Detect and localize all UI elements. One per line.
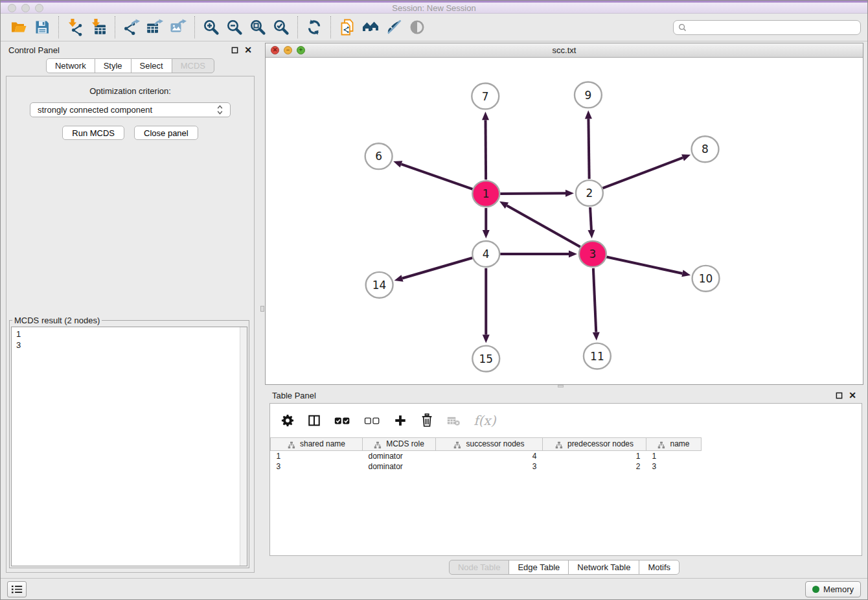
run-mcds-button[interactable]: Run MCDS — [62, 126, 124, 140]
table-cell[interactable]: 2 — [543, 461, 646, 472]
table-cell[interactable]: 1 — [271, 451, 363, 461]
node-7[interactable]: 7 — [472, 83, 499, 109]
mcds-result-textarea[interactable]: 1 3 — [11, 327, 247, 566]
network-canvas[interactable]: 7968124314101511 — [266, 58, 863, 384]
task-history-button[interactable] — [7, 581, 27, 597]
table-row[interactable]: 1dominator411 — [271, 451, 702, 461]
column-header-successor-nodes[interactable]: successor nodes — [436, 438, 543, 451]
node-6[interactable]: 6 — [365, 143, 393, 169]
node-1[interactable]: 1 — [472, 181, 499, 207]
close-panel-button[interactable]: Close panel — [134, 126, 198, 140]
birds-eye-view-button[interactable] — [405, 16, 429, 38]
deselect-all-rows-button[interactable] — [364, 416, 380, 426]
open-file-button[interactable] — [7, 16, 30, 38]
horizontal-splitter[interactable] — [265, 385, 863, 387]
close-panel-icon[interactable]: ✕ — [244, 47, 252, 54]
export-network-button[interactable] — [120, 16, 143, 38]
tab-network-table[interactable]: Network Table — [568, 560, 639, 575]
horizontal-splitter-grip[interactable] — [558, 385, 564, 387]
tab-network[interactable]: Network — [46, 58, 95, 73]
optimization-select[interactable]: strongly connected component — [30, 102, 231, 117]
table-settings-button[interactable] — [281, 414, 294, 427]
tab-node-table[interactable]: Node Table — [449, 560, 510, 575]
zoom-fit-button[interactable] — [246, 16, 269, 38]
window-zoom-button[interactable] — [35, 4, 43, 12]
edge-4-14[interactable] — [394, 258, 473, 282]
node-4[interactable]: 4 — [472, 241, 499, 267]
edge-2-9[interactable] — [585, 110, 592, 179]
save-session-button[interactable] — [30, 16, 54, 38]
edge-1-2[interactable] — [500, 190, 574, 197]
window-close-button[interactable] — [8, 4, 16, 12]
column-header-predecessor-nodes[interactable]: predecessor nodes — [543, 438, 646, 451]
node-11[interactable]: 11 — [584, 343, 611, 369]
add-column-button[interactable] — [394, 414, 407, 427]
toggle-graphics-details-button[interactable] — [382, 16, 405, 38]
search-input[interactable] — [689, 23, 856, 32]
network-close-button[interactable]: ✕ — [271, 46, 279, 54]
edge-4-15[interactable] — [483, 268, 490, 343]
node-15[interactable]: 15 — [472, 346, 499, 372]
zoom-selected-button[interactable] — [269, 16, 293, 38]
import-network-button[interactable] — [63, 16, 87, 38]
network-zoom-button[interactable]: + — [297, 46, 305, 54]
edge-3-10[interactable] — [606, 257, 691, 277]
close-table-panel-icon[interactable]: ✕ — [849, 392, 856, 399]
result-scrollbar[interactable] — [240, 327, 247, 566]
window-minimize-button[interactable] — [21, 4, 30, 12]
network-minimize-button[interactable]: − — [284, 46, 292, 54]
table-row[interactable]: 3dominator323 — [271, 461, 702, 472]
tab-motifs[interactable]: Motifs — [639, 560, 680, 575]
tab-mcds[interactable]: MCDS — [172, 58, 214, 73]
tab-style[interactable]: Style — [95, 58, 131, 73]
splitter-grip[interactable] — [260, 306, 264, 312]
column-header-name[interactable]: name — [646, 438, 702, 451]
search-field[interactable] — [673, 20, 861, 35]
float-table-panel-icon[interactable] — [836, 392, 843, 399]
tab-edge-table[interactable]: Edge Table — [508, 560, 569, 575]
table-cell[interactable]: dominator — [363, 451, 436, 461]
node-2[interactable]: 2 — [576, 180, 603, 206]
edge-1-4[interactable] — [483, 208, 490, 238]
export-table-button[interactable] — [143, 16, 166, 38]
function-builder-button: f(x) — [474, 413, 496, 428]
column-header-shared-name[interactable]: shared name — [271, 438, 363, 451]
split-view-button[interactable] — [308, 414, 321, 427]
control-panel: Control Panel ✕ NetworkStyleSelectMCDS O… — [1, 41, 260, 578]
apply-layout-button[interactable] — [303, 16, 326, 38]
node-8[interactable]: 8 — [692, 136, 719, 162]
import-table-button[interactable] — [87, 16, 110, 38]
edge-1-6[interactable] — [393, 161, 472, 189]
network-overview-button[interactable] — [359, 16, 382, 38]
table-cell[interactable]: 3 — [436, 461, 543, 472]
zoom-in-button[interactable] — [200, 16, 223, 38]
edge-3-11[interactable] — [593, 268, 600, 341]
table-cell[interactable]: 1 — [646, 451, 702, 461]
select-all-rows-button[interactable] — [334, 416, 350, 426]
column-header-MCDS-role[interactable]: MCDS role — [363, 438, 436, 451]
float-panel-icon[interactable] — [231, 47, 238, 54]
node-14[interactable]: 14 — [366, 272, 393, 298]
zoom-out-button[interactable] — [223, 16, 246, 38]
tab-select[interactable]: Select — [131, 58, 172, 73]
edge-4-3[interactable] — [500, 250, 577, 257]
edge-3-1[interactable] — [499, 202, 580, 247]
edge-1-7[interactable] — [482, 111, 489, 179]
edge-2-8[interactable] — [602, 154, 691, 188]
memory-button[interactable]: Memory — [805, 581, 861, 597]
table-cell[interactable]: dominator — [363, 461, 436, 472]
panel-splitter[interactable] — [260, 41, 265, 578]
node-3[interactable]: 3 — [579, 241, 606, 267]
delete-columns-button[interactable] — [420, 413, 433, 428]
network-window-titlebar[interactable]: ✕ − + scc.txt — [266, 43, 863, 58]
export-image-button[interactable] — [166, 16, 190, 38]
table-cell[interactable]: 1 — [543, 451, 646, 461]
node-9[interactable]: 9 — [575, 82, 602, 108]
table-cell[interactable]: 4 — [436, 451, 543, 461]
table-cell[interactable]: 3 — [646, 461, 702, 472]
search-icon — [678, 23, 687, 32]
edge-2-3[interactable] — [588, 207, 595, 238]
table-cell[interactable]: 3 — [271, 461, 363, 472]
duplicate-network-button[interactable] — [336, 16, 359, 38]
node-10[interactable]: 10 — [692, 266, 720, 292]
